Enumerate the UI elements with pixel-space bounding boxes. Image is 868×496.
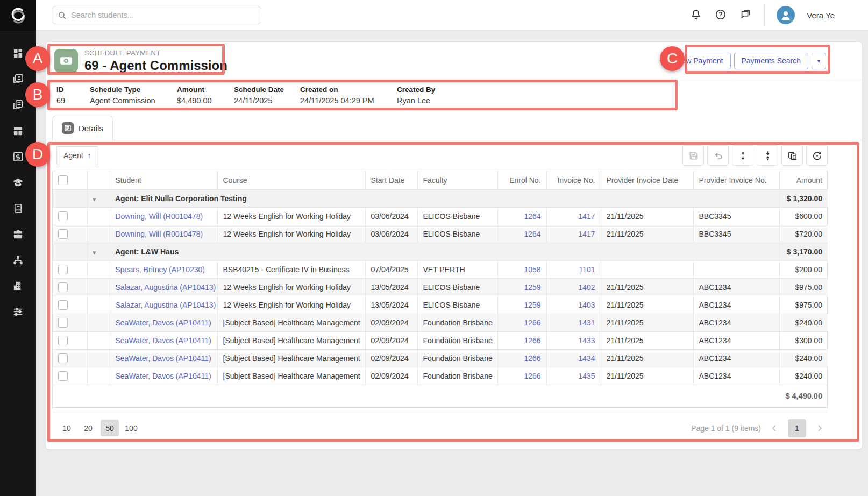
enrol-no-link[interactable]: 1266 (524, 318, 540, 327)
column-header-start-date[interactable]: Start Date (365, 171, 417, 189)
enrol-no-link[interactable]: 1058 (524, 265, 540, 274)
group-collapse-icon[interactable]: ▾ (93, 249, 96, 256)
select-all-checkbox[interactable] (58, 175, 68, 185)
invoice-no-link[interactable]: 1403 (578, 301, 595, 309)
expand-all-button[interactable] (732, 145, 753, 166)
sidebar-item-payments[interactable] (0, 144, 36, 169)
enrol-no-link[interactable]: 1266 (524, 372, 540, 380)
invoice-no-link[interactable]: 1417 (578, 230, 595, 238)
history-button[interactable] (806, 145, 828, 166)
app-logo-icon[interactable] (0, 0, 36, 31)
invoice-no-cell: 1403 (546, 296, 601, 314)
indent-header-cell (87, 171, 110, 189)
collapse-all-button[interactable] (757, 145, 778, 166)
summary-strip: ID69Schedule TypeAgent CommissionAmount$… (46, 80, 862, 112)
topbar-divider (764, 5, 765, 25)
copy-button[interactable] (781, 145, 803, 166)
user-name[interactable]: Vera Ye (807, 11, 835, 20)
student-link[interactable]: SeaWater, Davos (AP10411) (116, 336, 211, 345)
column-header-provider-invoice-date[interactable]: Provider Invoice Date (601, 171, 693, 189)
column-header-student[interactable]: Student (110, 171, 217, 189)
notifications-icon[interactable] (690, 9, 703, 22)
sidebar-item-organization[interactable] (0, 273, 36, 299)
page-size-10[interactable]: 10 (58, 420, 76, 436)
tab-details[interactable]: Details (52, 116, 113, 140)
group-by-agent-chip[interactable]: Agent ↑ (56, 146, 98, 165)
sidebar-item-library[interactable] (0, 195, 36, 221)
enrol-no-link[interactable]: 1266 (524, 354, 540, 363)
enrol-no-cell: 1266 (497, 349, 546, 367)
row-checkbox[interactable] (58, 318, 68, 328)
student-link[interactable]: Salazar, Augustina (AP10413) (116, 301, 216, 309)
sidebar-item-dashboard[interactable] (0, 40, 36, 66)
enrol-no-link[interactable]: 1266 (524, 336, 540, 345)
undo-button[interactable] (707, 145, 729, 166)
column-header-provider-invoice-no-[interactable]: Provider Invoice No. (693, 171, 779, 189)
row-checkbox[interactable] (58, 371, 68, 381)
invoice-no-link[interactable]: 1434 (578, 354, 595, 363)
student-link[interactable]: Downing, Will (R0010478) (116, 230, 203, 238)
new-payment-button[interactable]: New Payment (668, 53, 730, 69)
enrol-no-cell: 1259 (497, 278, 546, 296)
enrol-no-cell: 1266 (497, 367, 546, 385)
invoice-no-link[interactable]: 1417 (578, 212, 595, 221)
sidebar-item-documents[interactable] (0, 92, 36, 118)
column-header-course[interactable]: Course (217, 171, 365, 189)
column-header-faculty[interactable]: Faculty (417, 171, 497, 189)
sidebar-item-layout[interactable] (0, 118, 36, 144)
column-header-amount[interactable]: Amount (779, 171, 828, 189)
page-size-100[interactable]: 100 (122, 420, 140, 436)
sidebar-item-network[interactable] (0, 247, 36, 273)
invoice-no-link[interactable]: 1101 (579, 265, 595, 274)
row-checkbox[interactable] (58, 265, 68, 274)
invoice-no-cell: 1101 (546, 260, 601, 278)
row-checkbox[interactable] (58, 211, 68, 221)
page-number-button[interactable]: 1 (788, 419, 806, 437)
save-button[interactable] (682, 145, 704, 166)
previous-page-icon[interactable] (769, 422, 780, 434)
column-header-enrol-no-[interactable]: Enrol No. (497, 171, 546, 189)
enrol-no-link[interactable]: 1259 (524, 283, 540, 292)
enrol-no-link[interactable]: 1264 (524, 230, 540, 238)
payments-search-button[interactable]: Payments Search (734, 53, 809, 69)
grid-footer: 102050100 Page 1 of 1 (9 items) 1 (52, 413, 828, 443)
student-link[interactable]: Salazar, Augustina (AP10413) (116, 283, 216, 292)
invoice-no-link[interactable]: 1431 (578, 318, 595, 327)
course-cell: BSB40215 - Certificate IV in Business (217, 260, 365, 278)
page-size-20[interactable]: 20 (79, 420, 97, 436)
student-link[interactable]: Spears, Britney (AP10230) (116, 265, 205, 274)
avatar[interactable] (777, 6, 795, 24)
group-collapse-icon[interactable]: ▾ (93, 196, 96, 202)
row-checkbox[interactable] (58, 300, 68, 310)
sidebar-item-education[interactable] (0, 169, 36, 195)
schedule-payment-card: SCHEDULE PAYMENT 69 - Agent Commission N… (45, 41, 863, 450)
next-page-icon[interactable] (814, 422, 826, 434)
help-icon[interactable] (715, 9, 728, 22)
column-header-invoice-no-[interactable]: Invoice No. (546, 171, 601, 189)
schedule-payment-icon (54, 49, 78, 73)
more-actions-dropdown-button[interactable]: ▾ (812, 53, 826, 69)
history-icon (812, 151, 822, 161)
search-input[interactable] (71, 11, 255, 19)
sidebar-item-settings[interactable] (0, 299, 36, 324)
enrol-no-link[interactable]: 1264 (524, 212, 540, 221)
invoice-no-link[interactable]: 1402 (578, 283, 595, 292)
row-checkbox[interactable] (58, 282, 68, 292)
row-checkbox[interactable] (58, 336, 68, 345)
invoice-no-link[interactable]: 1433 (578, 336, 595, 345)
student-link[interactable]: SeaWater, Davos (AP10411) (116, 354, 211, 363)
education-icon (12, 176, 24, 189)
summary-field-schedule-type: Schedule TypeAgent Commission (90, 86, 177, 112)
row-checkbox[interactable] (58, 353, 68, 363)
chat-icon[interactable] (739, 9, 752, 22)
sidebar-item-briefcase[interactable] (0, 221, 36, 247)
library-icon (12, 202, 24, 215)
invoice-no-link[interactable]: 1435 (578, 372, 595, 380)
student-link[interactable]: SeaWater, Davos (AP10411) (116, 372, 211, 380)
sidebar-item-contacts[interactable] (0, 66, 36, 92)
row-checkbox[interactable] (58, 229, 68, 239)
student-link[interactable]: SeaWater, Davos (AP10411) (116, 318, 211, 327)
enrol-no-link[interactable]: 1259 (524, 301, 540, 309)
student-link[interactable]: Downing, Will (R0010478) (116, 212, 203, 221)
page-size-50[interactable]: 50 (101, 420, 119, 436)
